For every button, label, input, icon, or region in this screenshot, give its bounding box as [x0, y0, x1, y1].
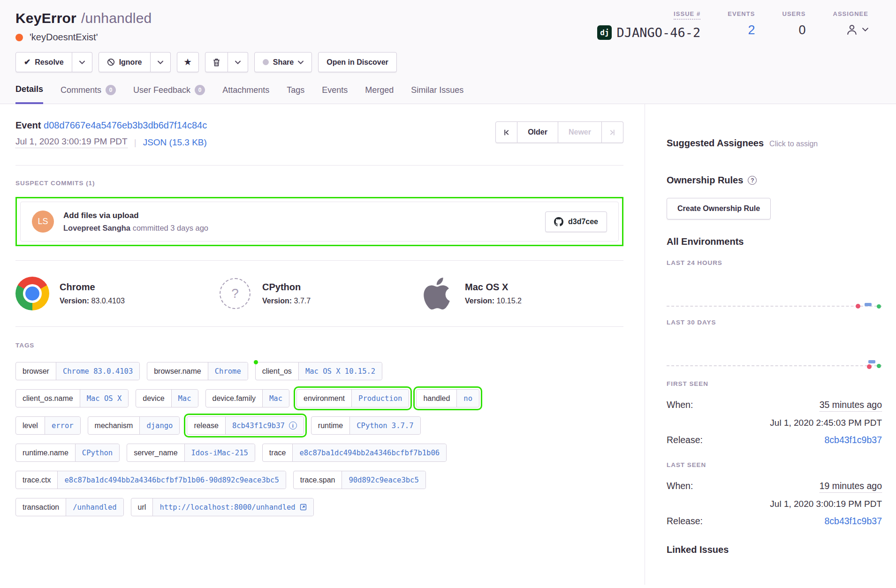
- tag-value-link[interactable]: no: [457, 390, 479, 407]
- sparkline-red-marker: [856, 304, 860, 309]
- info-icon: i: [289, 422, 297, 430]
- suggested-assignees-heading: Suggested AssigneesClick to assign: [667, 138, 882, 149]
- resolve-button[interactable]: ✔Resolve: [15, 52, 72, 72]
- event-id-link[interactable]: d08d7667e4a5476eb3b3db6d7f14c84c: [44, 120, 207, 130]
- event-header: Event d08d7667e4a5476eb3b3db6d7f14c84c J…: [15, 104, 623, 166]
- assignee-selector[interactable]: [845, 23, 868, 36]
- suspect-commits-heading: SUSPECT COMMITS (1): [15, 180, 623, 187]
- skip-to-last-icon: [609, 129, 616, 136]
- last-seen-release-link[interactable]: 8cb43f1c9b37: [824, 516, 882, 527]
- users-label: USERS: [782, 10, 805, 17]
- tag-value-link[interactable]: django: [140, 417, 179, 434]
- tag-pill-trace: tracee8c87ba1dc494bb2a4346bcfbf7b1b06: [262, 444, 447, 462]
- context-version: 3.7.7: [294, 297, 311, 305]
- context-name: Mac OS X: [465, 282, 522, 293]
- tags-heading: TAGS: [15, 342, 623, 349]
- users-count[interactable]: 0: [798, 23, 805, 38]
- tag-value-link[interactable]: Mac: [172, 390, 198, 407]
- chevron-down-icon: [862, 28, 868, 31]
- tag-value-link[interactable]: CPython: [76, 444, 119, 461]
- tag-value-link[interactable]: http://localhost:8000/unhandled: [153, 498, 313, 516]
- feedback-count-badge: 0: [195, 85, 205, 95]
- tag-value-link[interactable]: Mac OS X: [80, 390, 129, 407]
- open-in-discover-button[interactable]: Open in Discover: [318, 52, 397, 72]
- event-pagination: Older Newer: [495, 121, 623, 143]
- newer-event-button[interactable]: Newer: [558, 121, 602, 143]
- tag-pill-level: levelerror: [15, 416, 81, 435]
- tag-pill-device-family: device.familyMac: [205, 389, 289, 407]
- tag-pill-release: release8cb43f1c9b37i: [187, 416, 304, 435]
- tag-value-link[interactable]: error: [45, 417, 80, 434]
- tab-attachments[interactable]: Attachments: [222, 84, 269, 104]
- tab-comments[interactable]: Comments0: [61, 84, 116, 104]
- tag-pill-client-os: client_osMac OS X 10.15.2: [255, 362, 382, 380]
- ignore-icon: [107, 58, 115, 66]
- issue-tabs: Details Comments0 User Feedback0 Attachm…: [15, 84, 881, 104]
- tab-details[interactable]: Details: [15, 84, 43, 104]
- last-24-hours-label: LAST 24 HOURS: [667, 259, 882, 266]
- help-icon[interactable]: ?: [748, 176, 757, 185]
- events-sparkline-24h: [667, 278, 882, 307]
- skip-to-first-icon: [503, 129, 510, 136]
- tab-merged[interactable]: Merged: [365, 84, 394, 104]
- issue-header: KeyError/unhandled 'keyDoesntExist' ISSU…: [0, 0, 896, 104]
- tag-value-link[interactable]: Idos-iMac-215: [185, 444, 255, 461]
- first-seen-relative-time: 35 minutes ago: [820, 400, 882, 412]
- resolve-dropdown-button[interactable]: [72, 52, 92, 72]
- tag-pill-mechanism: mechanismdjango: [88, 416, 180, 435]
- commit-row: LS Add files via upload Lovepreet Sangha…: [20, 202, 619, 241]
- chrome-icon: [15, 277, 49, 310]
- tab-events[interactable]: Events: [322, 84, 348, 104]
- tag-value-link[interactable]: 8cb43f1c9b37i: [226, 417, 304, 434]
- tag-value-link[interactable]: e8c87ba1dc494bb2a4346bcfbf7b1b06: [293, 444, 446, 461]
- issue-short-id: DJANGO-46-2: [616, 25, 700, 40]
- tag-value-link[interactable]: Mac OS X 10.15.2: [299, 362, 382, 380]
- issue-number-label: ISSUE #: [674, 10, 700, 20]
- tag-pill-device: deviceMac: [136, 389, 198, 407]
- sparkline-green-marker: [877, 304, 881, 309]
- all-environments-heading: All Environments: [667, 236, 882, 247]
- delete-button[interactable]: [205, 52, 228, 72]
- first-seen-release-link[interactable]: 8cb43f1c9b37: [824, 435, 882, 445]
- tag-pill-runtime: runtimeCPython 3.7.7: [311, 416, 421, 435]
- annotation-dot: [254, 360, 258, 364]
- tag-value-link[interactable]: CPython 3.7.7: [350, 417, 420, 434]
- issue-stats: ISSUE # dj DJANGO-46-2 EVENTS 2 USERS 0 …: [597, 10, 881, 40]
- django-project-icon: dj: [597, 25, 612, 40]
- chevron-down-icon: [235, 60, 241, 64]
- context-os: Mac OS X Version: 10.15.2: [421, 277, 623, 310]
- tag-value-link[interactable]: 90d892c9eace3bc5: [342, 471, 425, 489]
- when-label: When:: [667, 400, 693, 410]
- tag-value-link[interactable]: Production: [352, 390, 409, 407]
- delete-dropdown-button[interactable]: [228, 52, 248, 72]
- tag-value-link[interactable]: Chrome: [208, 362, 248, 380]
- suspect-commits-section: SUSPECT COMMITS (1) LS Add files via upl…: [15, 166, 623, 261]
- event-timestamp: Jul 1, 2020 3:00:19 PM PDT: [15, 136, 128, 148]
- tab-user-feedback[interactable]: User Feedback0: [133, 84, 205, 104]
- context-version: 10.15.2: [497, 297, 522, 305]
- tab-tags[interactable]: Tags: [287, 84, 304, 104]
- tag-value-link[interactable]: Mac: [263, 390, 289, 407]
- tag-value-link[interactable]: /unhandled: [66, 498, 123, 516]
- commit-sha-button[interactable]: d3d7cee: [545, 211, 607, 232]
- tag-value-link[interactable]: Chrome 83.0.4103: [56, 362, 139, 380]
- comments-count-badge: 0: [106, 85, 116, 95]
- ignore-dropdown-button[interactable]: [151, 52, 171, 72]
- event-json-link[interactable]: JSON (15.3 KB): [143, 137, 207, 148]
- linked-issues-heading: Linked Issues: [667, 544, 882, 555]
- tag-value-link[interactable]: e8c87ba1dc494bb2a4346bcfbf7b1b06-90d892c…: [58, 471, 285, 489]
- older-event-button[interactable]: Older: [517, 121, 558, 143]
- first-seen-timestamp: Jul 1, 2020 2:45:03 PM PDT: [667, 418, 882, 428]
- sparkline-blue-marker: [865, 303, 872, 306]
- create-ownership-rule-button[interactable]: Create Ownership Rule: [667, 198, 771, 219]
- context-runtime: ? CPython Version: 3.7.7: [218, 277, 421, 310]
- tab-similar-issues[interactable]: Similar Issues: [411, 84, 463, 104]
- skip-to-latest-button[interactable]: [602, 121, 623, 143]
- share-button[interactable]: Share: [254, 52, 312, 72]
- bookmark-button[interactable]: ★: [177, 52, 199, 72]
- event-contexts: Chrome Version: 83.0.4103 ? CPython Vers…: [15, 261, 623, 327]
- ignore-button[interactable]: Ignore: [99, 52, 151, 72]
- oldest-event-button[interactable]: [495, 121, 517, 143]
- events-count[interactable]: 2: [748, 23, 755, 38]
- tag-pill-client-os-name: client_os.nameMac OS X: [15, 389, 129, 407]
